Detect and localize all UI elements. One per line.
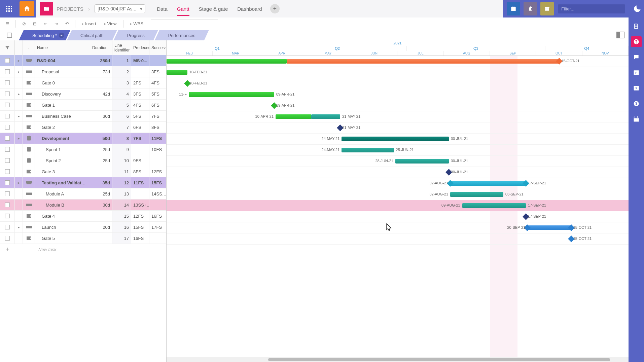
subtab-performances[interactable]: Performances [155, 30, 209, 40]
successors-cell[interactable] [149, 233, 166, 244]
subtab-scheduling[interactable]: Scheduling * ≡ [19, 30, 70, 40]
expand-toggle[interactable]: ▸ [15, 177, 23, 188]
successors-cell[interactable]: 4FS [149, 77, 166, 88]
successors-cell[interactable]: 10FS [149, 144, 166, 155]
project-selector-dropdown[interactable]: [R&D-004]RF As... [95, 4, 145, 13]
table-row[interactable]: Gate 51716FS [0, 233, 166, 244]
expand-toggle[interactable] [15, 211, 23, 221]
table-row[interactable]: Module A25d1314SS… [0, 188, 166, 200]
row-checkbox[interactable] [5, 69, 10, 74]
table-row[interactable]: ▸Development50d87FS11FS [0, 133, 166, 144]
insert-menu[interactable]: Insert [79, 20, 99, 28]
row-checkbox[interactable] [5, 191, 10, 196]
export-excel-icon[interactable]: X [631, 83, 642, 94]
duration-cell[interactable] [90, 122, 112, 133]
indent-icon[interactable]: ⇥ [52, 20, 60, 28]
help-icon[interactable] [631, 36, 642, 47]
task-name-cell[interactable]: Gate 5 [35, 233, 90, 244]
expand-toggle[interactable]: ▸ [15, 88, 23, 99]
filter-input[interactable] [558, 4, 625, 13]
task-name-cell[interactable]: Gate 3 [35, 166, 90, 177]
gantt-row[interactable]: 10-FEB-21 [167, 67, 629, 78]
gantt-row[interactable]: 24-MAY-2125-JUN-21 [167, 145, 629, 156]
apps-grid-icon[interactable] [0, 0, 18, 17]
task-name-cell[interactable]: Sprint 1 [35, 144, 90, 155]
table-row[interactable]: Module B30d1413SS+… [0, 200, 166, 211]
task-name-cell[interactable]: Gate 1 [35, 100, 90, 110]
row-checkbox[interactable] [5, 103, 10, 107]
gantt-row[interactable]: 11-F09-APR-21 [167, 89, 629, 100]
predecessors-cell[interactable]: 15FS [131, 222, 149, 232]
tab-stage-gate[interactable]: Stage & gate [194, 1, 233, 17]
expand-toggle[interactable] [15, 122, 23, 133]
successors-cell[interactable]: 16FS [149, 211, 166, 221]
collapse-all-icon[interactable]: ⊟ [31, 20, 39, 28]
successors-cell[interactable]: 15FS [149, 177, 166, 188]
expand-toggle[interactable] [15, 233, 23, 244]
breadcrumb-projects-label[interactable]: PROJECTS [57, 6, 83, 12]
duration-cell[interactable] [90, 77, 112, 88]
horizontal-scrollbar[interactable] [167, 357, 629, 362]
row-checkbox[interactable] [5, 92, 10, 96]
duration-cell[interactable]: 30d [90, 111, 112, 121]
duration-column-header[interactable]: Duration [90, 40, 112, 55]
task-name-cell[interactable]: Testing and Validat… [35, 177, 90, 188]
add-task-row[interactable]: +New task [0, 244, 166, 255]
successors-cell[interactable]: 8FS [149, 122, 166, 133]
filter-column-icon[interactable] [0, 40, 15, 55]
gantt-row[interactable]: 15-OCT-21 [167, 56, 629, 67]
panel-toggle-icon[interactable] [616, 32, 624, 38]
duration-cell[interactable]: 35d [90, 177, 112, 188]
predecessors-cell[interactable] [131, 66, 149, 77]
save-icon[interactable] [631, 21, 642, 32]
successors-cell[interactable]: 17FS [149, 222, 166, 232]
wbs-menu[interactable]: WBS [128, 20, 146, 28]
cost-icon[interactable]: $ [631, 98, 642, 109]
duration-cell[interactable] [90, 233, 112, 244]
table-row[interactable]: Gate 3118FS12FS [0, 166, 166, 177]
successors-cell[interactable]: 6FS [149, 100, 166, 110]
task-name-cell[interactable]: Discovery [35, 88, 90, 99]
row-checkbox[interactable] [5, 58, 10, 63]
gantt-body[interactable]: 15-OCT-2110-FEB-2110-FEB-2111-F09-APR-21… [167, 56, 629, 357]
gantt-row[interactable]: 10-APR-2121-MAY-21 [167, 111, 629, 122]
table-row[interactable]: ▸Discovery42d43FS5FS [0, 88, 166, 100]
gantt-bar[interactable] [167, 59, 287, 64]
expand-toggle[interactable]: ▸ [15, 111, 23, 121]
gantt-row[interactable]: 10-FEB-21 [167, 78, 629, 89]
successors-cell[interactable] [149, 200, 166, 210]
row-checkbox[interactable] [5, 158, 10, 163]
task-name-cell[interactable]: Proposal [35, 66, 90, 77]
gantt-bar[interactable] [311, 114, 340, 119]
archive-icon[interactable] [540, 2, 554, 15]
duration-cell[interactable]: 30d [90, 200, 112, 210]
gantt-row[interactable]: 17-SEP-21 [167, 211, 629, 222]
gantt-bar[interactable] [189, 92, 274, 97]
gantt-bar[interactable] [287, 59, 559, 64]
duration-cell[interactable]: 250d [90, 55, 112, 66]
table-row[interactable]: ▸Business Case30d65FS7FS [0, 111, 166, 122]
successors-cell[interactable]: 11FS [149, 133, 166, 144]
calendar-icon[interactable] [631, 114, 642, 124]
gantt-bar[interactable] [395, 159, 449, 164]
briefcase-icon[interactable] [507, 2, 520, 15]
deselect-icon[interactable]: ⊘ [20, 20, 28, 28]
row-checkbox[interactable] [5, 80, 10, 85]
task-name-cell[interactable]: Development [35, 133, 90, 144]
gantt-row[interactable]: 24-MAY-2130-JUL-21 [167, 134, 629, 145]
predecessors-cell[interactable]: 16FS [131, 233, 149, 244]
gantt-row[interactable]: 02-AUG-2103-SEP-21 [167, 189, 629, 200]
predecessors-cell[interactable]: 11FS [131, 177, 149, 188]
expand-toggle[interactable] [15, 77, 23, 88]
home-icon[interactable] [20, 1, 34, 16]
expand-toggle[interactable] [15, 200, 23, 210]
subtab-critical-path[interactable]: Critical path [67, 30, 117, 40]
row-checkbox[interactable] [5, 136, 10, 141]
wbs-input[interactable] [151, 20, 218, 28]
row-checkbox[interactable] [5, 180, 10, 185]
successors-cell[interactable] [149, 155, 166, 166]
predecessors-cell[interactable] [131, 144, 149, 155]
gantt-bar[interactable] [342, 148, 394, 152]
successors-cell[interactable] [149, 55, 166, 66]
gantt-bar[interactable] [342, 137, 449, 141]
